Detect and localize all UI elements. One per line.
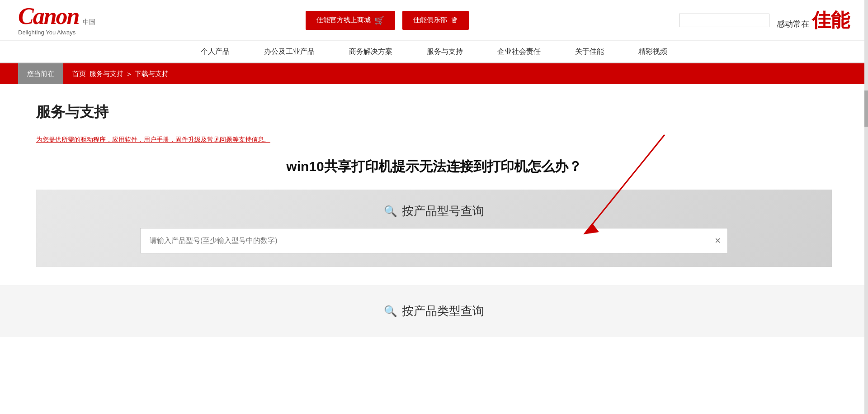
nav-item-personal[interactable]: 个人产品 [197, 41, 233, 62]
logo-tagline: Delighting You Always [18, 29, 95, 36]
search-model-input[interactable] [140, 228, 728, 253]
nav-item-about[interactable]: 关于佳能 [571, 41, 608, 62]
search-type-icon: 🔍 [384, 305, 397, 318]
logo-china: 中国 [83, 18, 95, 26]
nav-item-service[interactable]: 服务与支持 [423, 41, 467, 62]
search-type-section: 🔍 按产品类型查询 [0, 285, 868, 337]
annotation-title: win10共享打印机提示无法连接到打印机怎么办？ [36, 157, 832, 176]
breadcrumb-sep1: 服务与支持 [90, 70, 123, 78]
search-model-title-text: 按产品型号查询 [402, 203, 484, 219]
search-model-section: 🔍 按产品型号查询 × [36, 190, 832, 267]
breadcrumb-current-label: 您当前在 [18, 63, 63, 84]
nav-item-business[interactable]: 商务解决方案 [345, 41, 396, 62]
canon-logo: Canon [18, 5, 79, 28]
annotation-area: win10共享打印机提示无法连接到打印机怎么办？ [36, 157, 832, 176]
breadcrumb-current: 下载与支持 [135, 70, 169, 78]
club-button[interactable]: 佳能俱乐部 ♛ [402, 11, 469, 30]
nav-item-video[interactable]: 精彩视频 [635, 41, 671, 62]
nav-item-csr[interactable]: 企业社会责任 [494, 41, 544, 62]
brand-slogan-area: 感动常在 佳能 [777, 8, 850, 33]
search-type-title-text: 按产品类型查询 [402, 303, 484, 319]
breadcrumb-bar: 您当前在 首页 服务与支持 > 下载与支持 [0, 63, 868, 84]
search-model-wrapper: × [140, 228, 728, 253]
shop-button[interactable]: 佳能官方线上商城 🛒 [306, 11, 395, 30]
breadcrumb-home[interactable]: 首页 [72, 70, 86, 78]
header-search-input[interactable] [679, 14, 769, 27]
brand-slogan: 佳能 [812, 8, 850, 33]
header: Canon 中国 Delighting You Always 佳能官方线上商城 … [0, 0, 868, 41]
header-center-buttons: 佳能官方线上商城 🛒 佳能俱乐部 ♛ [306, 11, 469, 30]
nav-item-office[interactable]: 办公及工业产品 [260, 41, 318, 62]
page-title: 服务与支持 [36, 102, 832, 122]
logo-area: Canon 中国 Delighting You Always [18, 5, 95, 36]
search-type-title: 🔍 按产品类型查询 [18, 303, 850, 319]
search-model-title: 🔍 按产品型号查询 [54, 203, 814, 219]
search-model-icon: 🔍 [384, 205, 397, 218]
header-right: 感动常在 佳能 [679, 8, 850, 33]
breadcrumb-items: 首页 服务与支持 > 下载与支持 [72, 70, 169, 78]
scrollbar[interactable] [864, 0, 868, 414]
page-description[interactable]: 为您提供所需的驱动程序，应用软件，用户手册，固件升级及常见问题等支持信息。 [36, 136, 832, 144]
brand-slogan-prefix: 感动常在 [777, 19, 809, 29]
shop-label: 佳能官方线上商城 [316, 16, 371, 24]
main-nav: 个人产品 办公及工业产品 商务解决方案 服务与支持 企业社会责任 关于佳能 精彩… [0, 41, 868, 63]
breadcrumb-arrow: > [127, 70, 131, 78]
cart-icon: 🛒 [374, 15, 384, 25]
clear-search-button[interactable]: × [715, 235, 721, 247]
club-label: 佳能俱乐部 [413, 16, 447, 24]
scrollbar-thumb[interactable] [864, 90, 868, 127]
crown-icon: ♛ [451, 15, 458, 25]
main-content: 服务与支持 为您提供所需的驱动程序，应用软件，用户手册，固件升级及常见问题等支持… [0, 84, 868, 285]
